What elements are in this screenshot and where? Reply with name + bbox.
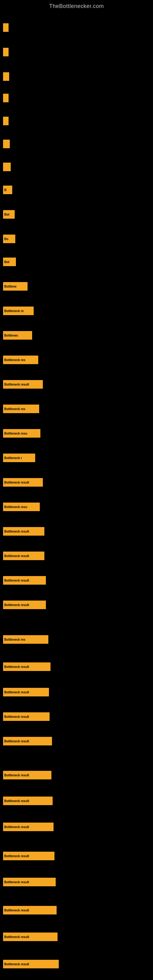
bar-label-34: Bottleneck result xyxy=(4,854,29,858)
bar-item-34: Bottleneck result xyxy=(3,852,54,860)
bar-label-36: Bottleneck result xyxy=(4,908,29,912)
bar-label-10: Bo xyxy=(4,237,8,241)
bar-label-31: Bottleneck result xyxy=(4,773,29,777)
bar-label-14: Bottlenec xyxy=(4,334,18,337)
bar-item-31: Bottleneck result xyxy=(3,771,51,780)
bar-item-28: Bottleneck result xyxy=(3,688,49,697)
bar-item-19: Bottleneck r xyxy=(3,453,35,462)
bar-item-10: Bo xyxy=(3,235,15,243)
bar-item-9: Bot xyxy=(3,210,15,219)
bar-item-12: Bottlene xyxy=(3,282,27,291)
bar-item-21: Bottleneck resu xyxy=(3,503,40,511)
bar-label-29: Bottleneck result xyxy=(4,715,29,719)
bar-item-32: Bottleneck result xyxy=(3,797,53,805)
bar-label-11: Bot xyxy=(4,260,10,264)
bar-label-26: Bottleneck res xyxy=(4,638,26,641)
bar-label-20: Bottleneck result xyxy=(4,481,29,484)
bar-label-24: Bottleneck result xyxy=(4,579,29,582)
bar-item-22: Bottleneck result xyxy=(3,527,45,536)
bar-label-23: Bottleneck result xyxy=(4,554,29,558)
bar-label-30: Bottleneck result xyxy=(4,740,29,743)
bar-label-33: Bottleneck result xyxy=(4,825,29,829)
bar-item-5 xyxy=(3,117,9,125)
bar-item-2 xyxy=(3,48,9,56)
bar-item-35: Bottleneck result xyxy=(3,878,56,886)
bar-label-38: Bottleneck result xyxy=(4,963,29,966)
bar-label-17: Bottleneck res xyxy=(4,407,26,411)
bar-item-23: Bottleneck result xyxy=(3,552,45,560)
bar-item-25: Bottleneck result xyxy=(3,601,46,609)
bar-item-15: Bottleneck res xyxy=(3,356,38,364)
bar-item-24: Bottleneck result xyxy=(3,576,46,585)
bar-item-20: Bottleneck result xyxy=(3,478,43,487)
bar-item-36: Bottleneck result xyxy=(3,906,57,915)
bar-item-18: Bottleneck resu xyxy=(3,429,40,438)
bar-label-9: Bot xyxy=(4,213,10,216)
bar-label-16: Bottleneck result xyxy=(4,383,29,386)
bar-label-35: Bottleneck result xyxy=(4,880,29,884)
bar-item-13: Bottleneck re xyxy=(3,307,33,315)
bar-item-4 xyxy=(3,94,9,102)
site-title: TheBottlenecker.com xyxy=(0,0,153,11)
bar-label-12: Bottlene xyxy=(4,285,16,288)
bar-item-33: Bottleneck result xyxy=(3,822,54,831)
bar-label-8: B xyxy=(4,188,6,192)
bar-item-16: Bottleneck result xyxy=(3,380,43,389)
bar-label-32: Bottleneck result xyxy=(4,799,29,803)
bar-label-28: Bottleneck result xyxy=(4,690,29,694)
bar-item-3 xyxy=(3,72,9,81)
bar-item-6 xyxy=(3,140,10,148)
bar-item-27: Bottleneck result xyxy=(3,662,51,671)
bar-label-15: Bottleneck res xyxy=(4,358,26,362)
bar-label-19: Bottleneck r xyxy=(4,456,22,460)
bar-label-37: Bottleneck result xyxy=(4,935,29,939)
bar-item-14: Bottlenec xyxy=(3,331,32,340)
bar-item-17: Bottleneck res xyxy=(3,404,39,413)
bar-label-22: Bottleneck result xyxy=(4,530,29,533)
bar-item-38: Bottleneck result xyxy=(3,960,59,968)
bar-item-11: Bot xyxy=(3,258,16,266)
bar-item-8: B xyxy=(3,186,12,194)
bar-label-25: Bottleneck result xyxy=(4,603,29,607)
bar-item-37: Bottleneck result xyxy=(3,932,57,941)
bar-label-27: Bottleneck result xyxy=(4,665,29,668)
bar-item-29: Bottleneck result xyxy=(3,712,49,721)
bar-item-30: Bottleneck result xyxy=(3,737,52,745)
bar-label-21: Bottleneck resu xyxy=(4,505,27,509)
bar-item-26: Bottleneck res xyxy=(3,635,48,644)
bar-label-18: Bottleneck resu xyxy=(4,432,27,435)
bar-item-1 xyxy=(3,23,9,32)
bar-item-7 xyxy=(3,162,11,171)
bar-label-13: Bottleneck re xyxy=(4,309,24,313)
